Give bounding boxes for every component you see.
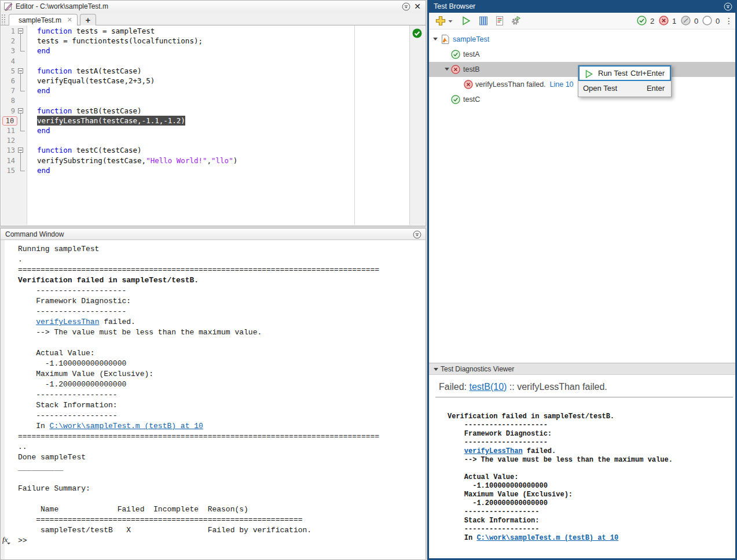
fold-connector — [20, 113, 21, 131]
menu-item-label: Open Test — [583, 84, 617, 93]
fold-marker-icon[interactable] — [18, 68, 23, 73]
diagnostics-line: In C:\work\sampleTest.m (testB) at 10 — [448, 534, 673, 543]
code-line-12[interactable]: 12 — [1, 135, 409, 145]
diagnostics-line: Framework Diagnostic: — [448, 430, 673, 439]
code-text: function tests = sampleTest — [37, 26, 155, 36]
line-number-badge[interactable]: 10 — [2, 116, 17, 126]
expander-icon[interactable] — [433, 38, 438, 43]
badge-fail-count: 1 — [672, 17, 676, 25]
badge-skip-icon — [681, 16, 691, 25]
line-number[interactable]: 1 — [1, 27, 15, 35]
tree-item-sampletest[interactable]: sampleTest — [429, 32, 735, 47]
add-tests-button[interactable] — [435, 16, 446, 26]
code-line-5[interactable]: 5function testA(testCase) — [1, 66, 409, 76]
line-number[interactable]: 8 — [1, 97, 15, 105]
code-line-1[interactable]: 1function tests = sampleTest — [1, 26, 409, 36]
line-number[interactable]: 7 — [1, 87, 15, 95]
line-number[interactable]: 15 — [1, 167, 15, 175]
line-number[interactable]: 13 — [1, 146, 15, 154]
diagnostics-viewer-header[interactable]: Test Diagnostics Viewer — [429, 363, 735, 375]
line-number[interactable]: 11 — [1, 127, 15, 135]
menu-item-run-test[interactable]: Run TestCtrl+Enter — [578, 65, 671, 81]
tab-close-icon[interactable]: ✕ — [67, 16, 72, 24]
console-line: ========================================… — [18, 265, 379, 275]
command-window-content[interactable]: Running sampleTest.=====================… — [1, 240, 426, 559]
badge-pass-icon — [637, 16, 647, 25]
diagnostics-line: -1.200000000000000 — [448, 499, 673, 508]
console-link[interactable]: verifyLessThan — [36, 318, 99, 326]
console-line: verifyLessThan failed. — [18, 317, 379, 327]
line-number[interactable]: 4 — [1, 57, 15, 65]
console-line: -------------------- — [18, 307, 379, 317]
diagnostics-viewer-content: Failed: testB(10) :: verifyLessThan fail… — [429, 375, 735, 558]
editor-panel: Editor - C:\work\sampleTest.m ✕ sampleTe… — [0, 0, 426, 226]
code-line-10[interactable]: 10verifyLessThan(testCase,-1.1,-1.2) — [1, 116, 409, 126]
code-analyzer-status-icon[interactable] — [412, 28, 422, 38]
code-line-14[interactable]: 14verifySubstring(testCase,"Hello World!… — [1, 156, 409, 165]
console-line: ========================================… — [18, 432, 379, 442]
run-in-parallel-button[interactable] — [478, 16, 489, 26]
command-window-menu-icon[interactable] — [413, 230, 421, 239]
new-tab-button[interactable]: + — [80, 14, 96, 25]
fold-end-tick — [20, 91, 25, 91]
console-link[interactable]: C:\work\sampleTest.m (testB) at 10 — [50, 422, 203, 430]
diagnostics-link[interactable]: verifyLessThan — [464, 447, 523, 455]
expander-icon[interactable] — [445, 68, 449, 73]
diagnostics-line: Stack Information: — [448, 517, 673, 525]
code-area[interactable]: 1function tests = sampleTest2tests = fun… — [1, 25, 425, 225]
add-tests-dropdown-icon[interactable] — [448, 20, 453, 23]
editor-title: Editor - C:\work\sampleTest.m — [16, 2, 108, 10]
badge-notrun-count: 0 — [716, 17, 720, 25]
tree-item-testa[interactable]: testA — [429, 47, 735, 62]
code-line-3[interactable]: 3end — [1, 46, 409, 56]
menu-item-shortcut: Ctrl+Enter — [630, 69, 665, 78]
line-number[interactable]: 12 — [1, 137, 15, 145]
tab-grip-handle[interactable] — [1, 14, 5, 24]
code-line-4[interactable]: 4 — [1, 56, 409, 66]
menu-item-open-test[interactable]: Open TestEnter — [578, 81, 671, 97]
test-report-button[interactable] — [494, 16, 505, 26]
line-number[interactable]: 9 — [1, 107, 15, 115]
more-options-icon[interactable]: ⋮ — [725, 16, 728, 25]
line-number[interactable]: 6 — [1, 77, 15, 85]
editor-menu-icon[interactable] — [402, 2, 410, 11]
badge-skip-count: 0 — [694, 17, 698, 25]
context-menu: Run TestCtrl+EnterOpen TestEnter — [578, 65, 672, 97]
line-number[interactable]: 14 — [1, 157, 15, 165]
code-line-6[interactable]: 6verifyEqual(testCase,2+3,5) — [1, 76, 409, 86]
console-line: Maximum Value (Exclusive): — [18, 369, 379, 380]
diagnostics-line: -------------------- — [448, 439, 673, 447]
diagnostics-line: verifyLessThan failed. — [448, 447, 673, 456]
code-line-7[interactable]: 7end — [1, 86, 409, 95]
code-text: verifySubstring(testCase,"Hello World!",… — [37, 156, 237, 165]
customize-run-button[interactable] — [511, 16, 521, 26]
tab-sampletest[interactable]: sampleTest.m ✕ — [9, 14, 78, 25]
diagnostics-link[interactable]: C:\work\sampleTest.m (testB) at 10 — [476, 534, 618, 542]
heading-test-link[interactable]: testB(10) — [469, 382, 507, 392]
run-tests-button[interactable] — [461, 16, 471, 26]
console-line: Name Failed Incomplete Reason(s) — [18, 504, 379, 515]
code-line-2[interactable]: 2tests = functiontests(localfunctions); — [1, 36, 409, 46]
code-line-15[interactable]: 15end — [1, 165, 409, 175]
fold-marker-icon[interactable] — [18, 28, 23, 34]
line-link[interactable]: Line 10 — [546, 80, 574, 89]
function-hints-icon[interactable]: fx — [2, 535, 8, 544]
fold-marker-icon[interactable] — [18, 148, 23, 153]
heading-prefix: Failed: — [439, 382, 469, 392]
diagnostics-line — [448, 465, 673, 473]
code-line-9[interactable]: 9function testB(testCase) — [1, 106, 409, 116]
code-text: function testB(testCase) — [37, 106, 142, 116]
diagnostics-line: -------------------- — [448, 421, 673, 430]
code-line-8[interactable]: 8 — [1, 95, 409, 105]
test-browser-menu-icon[interactable] — [724, 2, 732, 11]
line-number[interactable]: 3 — [1, 47, 15, 55]
fold-marker-icon[interactable] — [18, 108, 23, 113]
fold-end-tick — [20, 171, 25, 171]
line-number[interactable]: 2 — [1, 37, 15, 45]
line-number[interactable]: 5 — [1, 67, 15, 75]
console-line: >> — [18, 536, 379, 546]
close-icon[interactable]: ✕ — [413, 2, 421, 11]
code-line-11[interactable]: 11end — [1, 126, 409, 135]
pass-icon — [451, 95, 460, 104]
code-line-13[interactable]: 13function testC(testCase) — [1, 145, 409, 155]
